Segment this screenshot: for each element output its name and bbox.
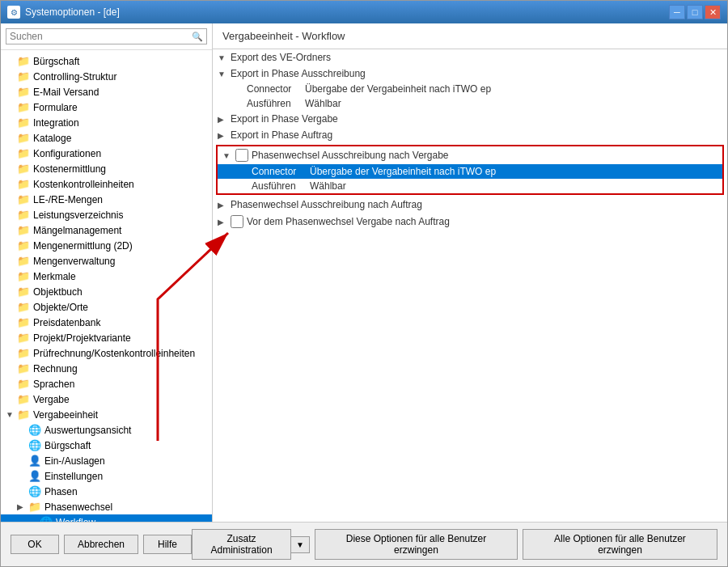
sidebar-item-label: LE-/RE-Mengen bbox=[33, 194, 103, 205]
sidebar-item-pruefrechnung[interactable]: 📁Prüfrechnung/Kostenkontrolleinheiten bbox=[1, 345, 212, 361]
sidebar-item-vergabeeinheit[interactable]: ▼📁Vergabeeinheit bbox=[1, 407, 212, 422]
tree-item-icon: 📁 bbox=[17, 224, 30, 236]
section-header-phasenwechsel-ausschreibung-auftrag[interactable]: ▶Phasenwechsel Ausschreibung nach Auftra… bbox=[213, 197, 727, 213]
sidebar-item-label: Formulare bbox=[33, 102, 78, 113]
bottom-bar: OK Abbrechen Hilfe Zusatz Administration… bbox=[1, 522, 727, 566]
sidebar-item-kataloge[interactable]: 📁Kataloge bbox=[1, 130, 212, 146]
sidebar-item-label: Auswertungsansicht bbox=[44, 425, 131, 436]
minimize-button[interactable]: ─ bbox=[669, 5, 685, 19]
section-expand-icon: ▶ bbox=[218, 131, 231, 140]
sidebar-item-phasenwechsel[interactable]: ▶📁Phasenwechsel bbox=[1, 499, 212, 514]
sidebar-item-buergschaft2[interactable]: 🌐Bürgschaft bbox=[1, 438, 212, 453]
section-header-export-phase-ausschreibung[interactable]: ▼Export in Phase Ausschreibung bbox=[213, 66, 727, 82]
sidebar-item-label: Objekte/Orte bbox=[33, 302, 88, 313]
tree-item-icon: 📁 bbox=[17, 332, 30, 344]
sidebar-item-label: Kostenkontrolleinheiten bbox=[33, 179, 134, 190]
tree-item-icon: 📁 bbox=[17, 209, 30, 221]
tree-item-icon: 📁 bbox=[17, 101, 30, 113]
all-options-button[interactable]: Alle Optionen für alle Benutzer erzwinge… bbox=[523, 529, 717, 560]
sidebar-item-label: Merkmale bbox=[33, 271, 76, 282]
zusatz-button[interactable]: Zusatz Administration bbox=[192, 529, 291, 560]
sidebar-item-objekteorte[interactable]: 📁Objekte/Orte bbox=[1, 299, 212, 315]
tree-item-icon: 📁 bbox=[17, 239, 30, 252]
tree-item-icon: 🌐 bbox=[28, 485, 41, 497]
highlighted-section-phasenwechsel-ausschreibung-vergabe: ▼Phasenwechsel Ausschreibung nach Vergab… bbox=[216, 145, 724, 195]
window-title: Systemoptionen - [de] bbox=[25, 6, 120, 18]
sidebar-item-mangelmanage[interactable]: 📁Mängelmanagement bbox=[1, 222, 212, 238]
right-panel: Vergabeeinheit - Workflow ▼Export des VE… bbox=[213, 23, 727, 522]
section-header-phasenwechsel-ausschreibung-vergabe[interactable]: ▼Phasenwechsel Ausschreibung nach Vergab… bbox=[218, 146, 722, 164]
sidebar-item-sprachen[interactable]: 📁Sprachen bbox=[1, 376, 212, 391]
sidebar-item-kostenmittlung[interactable]: 📁Kostenermittlung bbox=[1, 161, 212, 176]
zusatz-dropdown-arrow[interactable]: ▼ bbox=[291, 536, 310, 553]
tree-item-icon: 📁 bbox=[17, 362, 30, 374]
sidebar-item-phasen[interactable]: 🌐Phasen bbox=[1, 484, 212, 499]
tree-item-icon: 🌐 bbox=[28, 424, 41, 436]
section-expand-icon: ▼ bbox=[218, 53, 231, 62]
close-button[interactable]: ✕ bbox=[705, 5, 721, 19]
sidebar-item-integration[interactable]: 📁Integration bbox=[1, 115, 212, 130]
help-button[interactable]: Hilfe bbox=[143, 535, 192, 554]
prop-row-phasenwechsel-ausschreibung-vergabe-1[interactable]: AusführenWählbar bbox=[218, 179, 722, 193]
sidebar-item-einstellungen[interactable]: 👤Einstellungen bbox=[1, 468, 212, 484]
prop-row-phasenwechsel-ausschreibung-vergabe-0[interactable]: ConnectorÜbergabe der Vergabeinheit nach… bbox=[218, 164, 722, 179]
sidebar-item-leistungsverz[interactable]: 📁Leistungsverzeichnis bbox=[1, 207, 212, 222]
tree-item-icon: 📁 bbox=[17, 86, 30, 98]
prop-row-export-phase-ausschreibung-0[interactable]: ConnectorÜbergabe der Vergabeinheit nach… bbox=[213, 82, 727, 96]
sidebar-item-buergschaft[interactable]: 📁Bürgschaft bbox=[1, 53, 212, 69]
tree-item-icon: 📁 bbox=[17, 347, 30, 359]
section-expand-icon: ▶ bbox=[218, 201, 231, 209]
sidebar-item-kostenkontroll[interactable]: 📁Kostenkontrolleinheiten bbox=[1, 176, 212, 192]
prop-value: Übergabe der Vergabeinheit nach iTWO ep bbox=[310, 166, 496, 177]
sidebar-item-formulare[interactable]: 📁Formulare bbox=[1, 99, 212, 115]
tree-area: 📁Bürgschaft📁Controlling-Struktur📁E-Mail … bbox=[1, 50, 212, 522]
section-label-export-phase-vergabe: Export in Phase Vergabe bbox=[231, 113, 338, 125]
sidebar-item-lere[interactable]: 📁LE-/RE-Mengen bbox=[1, 192, 212, 207]
sidebar-item-konfigurationen[interactable]: 📁Konfigurationen bbox=[1, 146, 212, 161]
tree-item-icon: 📁 bbox=[17, 116, 30, 129]
title-bar-controls: ─ □ ✕ bbox=[669, 5, 721, 19]
sidebar-item-vergabe[interactable]: 📁Vergabe bbox=[1, 391, 212, 407]
sidebar-item-mengenverwalt[interactable]: 📁Mengenverwaltung bbox=[1, 253, 212, 269]
search-input[interactable] bbox=[10, 31, 192, 42]
main-window: ⚙ Systemoptionen - [de] ─ □ ✕ 🔍 📁Bürgsch… bbox=[0, 0, 728, 567]
sidebar-item-workflow[interactable]: 🌐Workflow bbox=[1, 514, 212, 522]
sidebar-item-auswertungsansicht[interactable]: 🌐Auswertungsansicht bbox=[1, 422, 212, 438]
section-expand-icon: ▶ bbox=[218, 115, 231, 124]
sidebar-item-email[interactable]: 📁E-Mail Versand bbox=[1, 84, 212, 99]
sidebar-item-label: Sprachen bbox=[33, 379, 74, 390]
sidebar-item-label: Einstellungen bbox=[44, 471, 103, 482]
maximize-button[interactable]: □ bbox=[687, 5, 703, 19]
search-icon: 🔍 bbox=[192, 32, 203, 42]
section-checkbox-vor-phasenwechsel-vergabe-auftrag[interactable] bbox=[231, 215, 243, 228]
sidebar-item-projektvar[interactable]: 📁Projekt/Projektvariante bbox=[1, 330, 212, 345]
ok-button[interactable]: OK bbox=[11, 535, 59, 554]
section-header-export-ve-ordners[interactable]: ▼Export des VE-Ordners bbox=[213, 49, 727, 66]
sidebar-item-controlling[interactable]: 📁Controlling-Struktur bbox=[1, 69, 212, 84]
sidebar-item-rechnung[interactable]: 📁Rechnung bbox=[1, 361, 212, 376]
sidebar-item-label: Rechnung bbox=[33, 363, 78, 374]
section-header-export-phase-vergabe[interactable]: ▶Export in Phase Vergabe bbox=[213, 111, 727, 127]
section-header-vor-phasenwechsel-vergabe-auftrag[interactable]: ▶Vor dem Phasenwechsel Vergabe nach Auft… bbox=[213, 213, 727, 231]
tree-item-icon: 📁 bbox=[17, 163, 30, 175]
sidebar-item-label: Mengenverwaltung bbox=[33, 256, 115, 267]
tree-item-icon: 📁 bbox=[17, 316, 30, 328]
prop-row-export-phase-ausschreibung-1[interactable]: AusführenWählbar bbox=[213, 96, 727, 111]
panel-content: ▼Export des VE-Ordners▼Export in Phase A… bbox=[213, 49, 727, 522]
section-header-export-phase-auftrag[interactable]: ▶Export in Phase Auftrag bbox=[213, 127, 727, 143]
sidebar-item-label: Mengenermittlung (2D) bbox=[33, 240, 133, 252]
sidebar-item-einauslagen[interactable]: 👤Ein-/Auslagen bbox=[1, 453, 212, 468]
sidebar-item-objektbuch[interactable]: 📁Objektbuch bbox=[1, 284, 212, 299]
sidebar-item-label: Vergabe bbox=[33, 394, 70, 405]
section-checkbox-phasenwechsel-ausschreibung-vergabe[interactable] bbox=[235, 149, 248, 162]
section-expand-icon: ▶ bbox=[218, 218, 231, 226]
enforce-button[interactable]: Diese Optionen für alle Benutzer erzwing… bbox=[315, 529, 518, 560]
main-content: 🔍 📁Bürgschaft📁Controlling-Struktur📁E-Mai… bbox=[1, 23, 727, 522]
tree-item-icon: 📁 bbox=[17, 393, 30, 405]
sidebar-item-preisdatenbank[interactable]: 📁Preisdatenbank bbox=[1, 315, 212, 330]
cancel-button[interactable]: Abbrechen bbox=[64, 535, 138, 554]
sidebar-item-merkmale[interactable]: 📁Merkmale bbox=[1, 269, 212, 284]
sidebar-item-mengenerm2d[interactable]: 📁Mengenermittlung (2D) bbox=[1, 238, 212, 253]
tree-item-icon: 📁 bbox=[17, 70, 30, 83]
title-bar: ⚙ Systemoptionen - [de] ─ □ ✕ bbox=[1, 1, 727, 23]
